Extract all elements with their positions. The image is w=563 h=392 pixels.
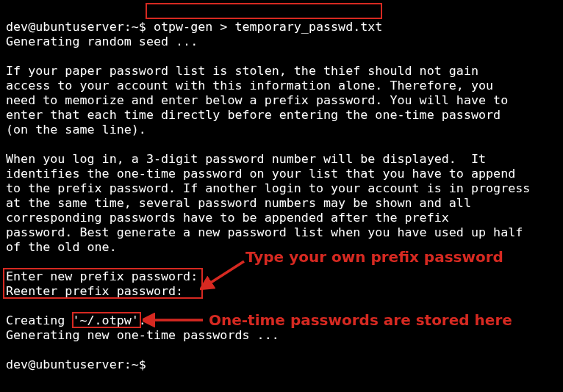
line-p2-5: corresponding passwords have to be appen… xyxy=(6,210,449,225)
line-p2-4: at the same time, several password numbe… xyxy=(6,195,471,210)
line-prompt-cmd: dev@ubuntuserver:~$ otpw-gen > temporary… xyxy=(6,19,382,34)
line-p2-2: identifies the one-time password on your… xyxy=(6,166,515,181)
line-generating-new: Generating new one-time passwords ... xyxy=(6,327,279,342)
line-p2-1: When you log in, a 3-digit password numb… xyxy=(6,151,486,166)
terminal-output: dev@ubuntuserver:~$ otpw-gen > temporary… xyxy=(0,0,563,371)
line-p2-6: password. Best generate a new password l… xyxy=(6,225,523,239)
line-enter-new: Enter new prefix password: xyxy=(6,269,198,283)
shell-prompt-2: dev@ubuntuserver:~$ xyxy=(6,357,154,371)
creating-path: '~/.otpw' xyxy=(72,313,138,327)
line-p1-1: If your paper password list is stolen, t… xyxy=(6,63,478,78)
line-p1-2: access to your account with this informa… xyxy=(6,78,493,92)
line-blank-5 xyxy=(6,342,13,357)
line-p1-5: (on the same line). xyxy=(6,122,146,137)
shell-prompt: dev@ubuntuserver:~$ xyxy=(6,19,154,34)
line-generating-seed: Generating random seed ... xyxy=(6,34,198,48)
line-final-prompt[interactable]: dev@ubuntuserver:~$ xyxy=(6,357,154,371)
line-p2-7: of the old one. xyxy=(6,239,117,254)
line-blank-3 xyxy=(6,254,13,269)
line-p2-3: to the prefix password. If another login… xyxy=(6,181,530,195)
line-blank-1 xyxy=(6,48,13,63)
line-reenter: Reenter prefix password: xyxy=(6,283,183,298)
command-text: otpw-gen > temporary_passwd.txt xyxy=(154,19,382,34)
line-blank-4 xyxy=(6,298,13,313)
line-p1-4: enter that each time directly before ent… xyxy=(6,107,501,122)
line-blank-2 xyxy=(6,137,13,151)
line-creating: Creating '~/.otpw'. xyxy=(6,313,146,327)
line-p1-3: need to memorize and enter below a prefi… xyxy=(6,92,508,107)
